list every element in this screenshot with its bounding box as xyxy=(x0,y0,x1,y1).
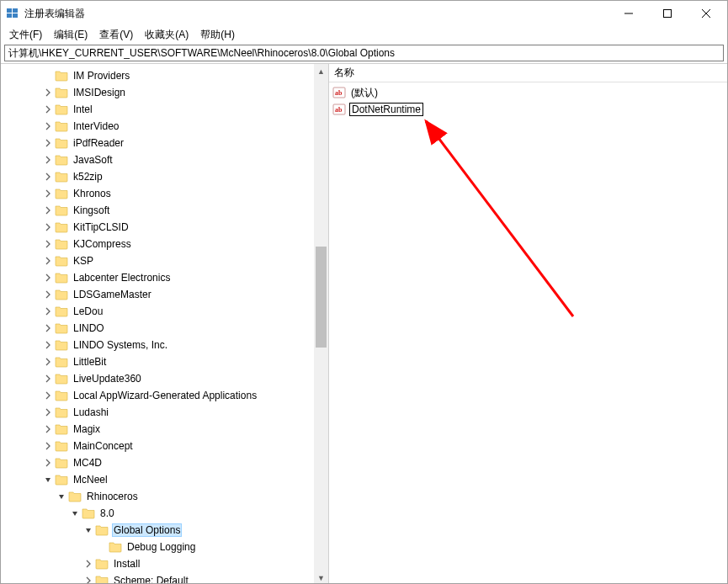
tree-item[interactable]: Kingsoft xyxy=(1,202,315,219)
chevron-right-icon[interactable] xyxy=(41,391,55,400)
tree-item-label[interactable]: LiveUpdate360 xyxy=(72,372,143,385)
chevron-down-icon[interactable] xyxy=(82,526,95,534)
chevron-right-icon[interactable] xyxy=(41,105,55,114)
value-row[interactable]: (默认) xyxy=(329,84,727,101)
tree-item-label[interactable]: k52zip xyxy=(72,170,104,183)
tree-item-label[interactable]: KSP xyxy=(72,254,95,268)
tree-item-label[interactable]: MainConcept xyxy=(72,439,135,453)
tree-item[interactable]: Scheme: Default xyxy=(1,572,315,584)
chevron-right-icon[interactable] xyxy=(41,122,55,130)
tree-item[interactable]: Labcenter Electronics xyxy=(1,269,315,286)
tree-item[interactable]: LINDO Systems, Inc. xyxy=(1,337,315,353)
maximize-button[interactable] xyxy=(648,1,687,26)
tree-item-label[interactable]: 8.0 xyxy=(98,507,116,520)
tree-item-label[interactable]: Labcenter Electronics xyxy=(72,271,172,284)
tree-item[interactable]: InterVideo xyxy=(1,118,315,135)
chevron-right-icon[interactable] xyxy=(41,88,55,97)
menu-help[interactable]: 帮助(H) xyxy=(195,27,240,43)
chevron-right-icon[interactable] xyxy=(41,442,55,450)
tree-item-label[interactable]: Scheme: Default xyxy=(112,574,190,584)
tree-item[interactable]: MC4D xyxy=(1,454,315,471)
tree-item[interactable]: LINDO xyxy=(1,320,315,337)
tree-item-label[interactable]: Rhinoceros xyxy=(85,490,140,503)
tree-item-label[interactable]: Ludashi xyxy=(72,406,110,419)
tree-item[interactable]: Install xyxy=(1,555,315,572)
tree-item[interactable]: LDSGameMaster xyxy=(1,286,315,303)
chevron-right-icon[interactable] xyxy=(41,156,55,164)
tree-item-label[interactable]: LINDO xyxy=(72,321,106,335)
tree-item-label[interactable]: Local AppWizard-Generated Applications xyxy=(72,389,258,402)
tree-item-label[interactable]: Intel xyxy=(72,103,94,116)
tree-item-label[interactable]: Global Options xyxy=(112,523,182,537)
chevron-right-icon[interactable] xyxy=(41,257,55,265)
tree-item[interactable]: Global Options xyxy=(1,522,315,539)
scrollbar-down-arrow[interactable]: ▼ xyxy=(314,571,328,584)
tree-item[interactable]: iPdfReader xyxy=(1,135,315,151)
tree-item[interactable]: McNeel xyxy=(1,471,315,488)
chevron-right-icon[interactable] xyxy=(41,459,55,467)
chevron-right-icon[interactable] xyxy=(82,576,95,584)
tree-vertical-scrollbar[interactable]: ▲ ▼ xyxy=(314,64,328,584)
registry-tree[interactable]: IM ProvidersIMSIDesignIntelInterVideoiPd… xyxy=(1,64,315,584)
chevron-right-icon[interactable] xyxy=(41,223,55,231)
tree-item-label[interactable]: Kingsoft xyxy=(72,204,111,217)
tree-item-label[interactable]: IM Providers xyxy=(72,69,131,82)
tree-item[interactable]: MainConcept xyxy=(1,438,315,454)
tree-item-label[interactable]: iPdfReader xyxy=(72,136,125,150)
tree-item-label[interactable]: McNeel xyxy=(72,473,109,486)
tree-item[interactable]: Magix xyxy=(1,421,315,438)
tree-item[interactable]: Local AppWizard-Generated Applications xyxy=(1,387,315,404)
values-list[interactable]: (默认)DotNetRuntime xyxy=(329,82,727,584)
tree-item-label[interactable]: Install xyxy=(112,557,141,571)
tree-item[interactable]: KJCompress xyxy=(1,236,315,252)
tree-item[interactable]: Rhinoceros xyxy=(1,488,315,505)
chevron-right-icon[interactable] xyxy=(41,307,55,316)
tree-item-label[interactable]: MC4D xyxy=(72,456,104,470)
tree-item-label[interactable]: Khronos xyxy=(72,187,113,200)
chevron-right-icon[interactable] xyxy=(41,324,55,332)
menu-view[interactable]: 查看(V) xyxy=(94,27,138,43)
chevron-right-icon[interactable] xyxy=(41,341,55,349)
tree-item-label[interactable]: JavaSoft xyxy=(72,153,114,167)
tree-item-label[interactable]: KJCompress xyxy=(72,237,133,251)
tree-item[interactable]: 8.0 xyxy=(1,505,315,522)
tree-item-label[interactable]: LDSGameMaster xyxy=(72,288,153,301)
values-header[interactable]: 名称 xyxy=(329,64,727,82)
tree-item-label[interactable]: IMSIDesign xyxy=(72,86,127,99)
tree-item[interactable]: Ludashi xyxy=(1,404,315,421)
tree-item[interactable]: LeDou xyxy=(1,303,315,320)
menu-favorites[interactable]: 收藏夹(A) xyxy=(140,27,194,43)
tree-item[interactable]: KitTipCLSID xyxy=(1,219,315,236)
scrollbar-up-arrow[interactable]: ▲ xyxy=(314,64,328,78)
value-name-edit-input[interactable]: DotNetRuntime xyxy=(349,103,423,116)
minimize-button[interactable] xyxy=(609,1,648,26)
tree-item-label[interactable]: InterVideo xyxy=(72,119,121,133)
chevron-down-icon[interactable] xyxy=(41,475,55,484)
tree-item[interactable]: JavaSoft xyxy=(1,151,315,168)
value-name-label[interactable]: (默认) xyxy=(349,85,380,101)
address-bar[interactable]: 计算机\HKEY_CURRENT_USER\SOFTWARE\McNeel\Rh… xyxy=(4,45,724,61)
column-header-name[interactable]: 名称 xyxy=(334,66,354,80)
chevron-right-icon[interactable] xyxy=(41,273,55,282)
tree-item[interactable]: IMSIDesign xyxy=(1,84,315,101)
chevron-right-icon[interactable] xyxy=(41,408,55,417)
tree-item-label[interactable]: LittleBit xyxy=(72,355,108,369)
tree-item-label[interactable]: KitTipCLSID xyxy=(72,220,130,234)
close-button[interactable] xyxy=(687,1,725,26)
chevron-right-icon[interactable] xyxy=(41,358,55,366)
chevron-right-icon[interactable] xyxy=(82,560,95,568)
tree-item[interactable]: k52zip xyxy=(1,168,315,185)
chevron-down-icon[interactable] xyxy=(68,509,82,518)
chevron-right-icon[interactable] xyxy=(41,425,55,433)
chevron-right-icon[interactable] xyxy=(41,189,55,198)
tree-item[interactable]: KSP xyxy=(1,252,315,269)
tree-item-label[interactable]: Debug Logging xyxy=(125,540,197,554)
tree-item[interactable]: Intel xyxy=(1,101,315,118)
tree-item[interactable]: IM Providers xyxy=(1,67,315,84)
value-row[interactable]: DotNetRuntime xyxy=(329,101,727,118)
tree-item[interactable]: Khronos xyxy=(1,185,315,202)
chevron-right-icon[interactable] xyxy=(41,374,55,383)
menu-edit[interactable]: 编辑(E) xyxy=(49,27,93,43)
chevron-right-icon[interactable] xyxy=(41,139,55,147)
tree-item[interactable]: Debug Logging xyxy=(1,539,315,555)
